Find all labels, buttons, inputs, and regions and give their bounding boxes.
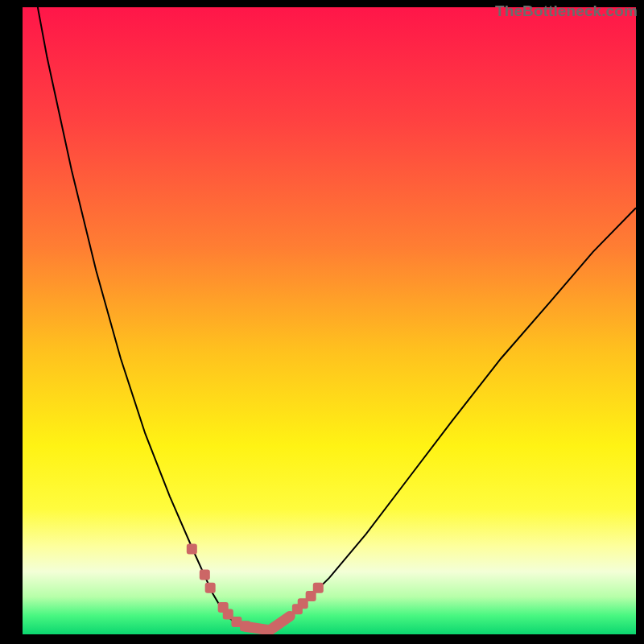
svg-rect-2 <box>205 583 216 593</box>
svg-rect-0 <box>187 544 197 555</box>
attribution-text: TheBottleneck.com <box>495 2 638 20</box>
chart-svg <box>23 7 636 634</box>
bottleneck-curve <box>23 7 636 630</box>
chart-area <box>23 7 636 634</box>
svg-rect-10 <box>313 583 324 593</box>
curve-highlight-dots <box>187 544 324 632</box>
svg-rect-1 <box>200 570 210 580</box>
